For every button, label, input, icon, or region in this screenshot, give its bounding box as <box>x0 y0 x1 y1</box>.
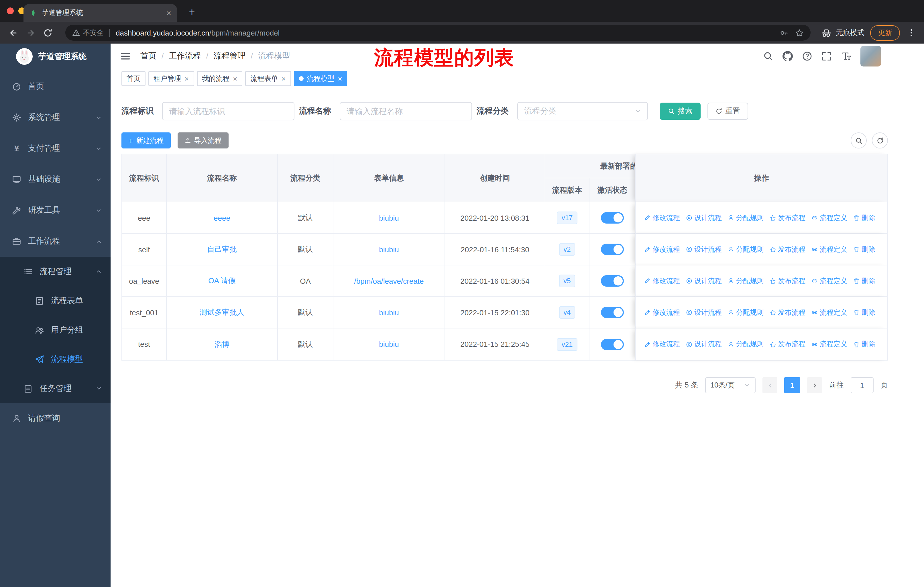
action-design[interactable]: 设计流程 <box>686 213 722 223</box>
prev-page-button[interactable] <box>762 377 777 393</box>
action-assign-rules[interactable]: 分配规则 <box>728 339 764 349</box>
browser-update-button[interactable]: 更新 <box>870 25 900 40</box>
new-tab-button[interactable]: + <box>186 6 198 18</box>
address-bar[interactable]: 不安全 dashboard.yudao.iocoder.cn/bpm/manag… <box>65 25 810 41</box>
action-modify[interactable]: 修改流程 <box>644 276 680 286</box>
search-icon[interactable] <box>763 51 773 61</box>
close-icon[interactable]: × <box>338 75 342 82</box>
form-info-link[interactable]: /bpm/oa/leave/create <box>354 276 424 285</box>
sidebar-item-system-mgmt[interactable]: 系统管理 <box>0 102 111 133</box>
action-design[interactable]: 设计流程 <box>686 339 722 349</box>
breadcrumb-home[interactable]: 首页 <box>140 51 169 61</box>
active-toggle[interactable] <box>601 275 624 287</box>
sidebar-item-process-model[interactable]: 流程模型 <box>0 344 111 374</box>
close-window-button[interactable] <box>7 7 14 14</box>
goto-page-input[interactable] <box>851 377 874 393</box>
tag-my-process[interactable]: 我的流程 × <box>197 71 242 86</box>
security-warning[interactable]: 不安全 <box>72 28 104 38</box>
sidebar-item-user-group[interactable]: 用户分组 <box>0 315 111 344</box>
breadcrumb-process-mgmt[interactable]: 流程管理 <box>214 51 258 61</box>
action-assign-rules[interactable]: 分配规则 <box>728 308 764 317</box>
process-name-link[interactable]: 滔博 <box>214 339 229 349</box>
tag-process-form[interactable]: 流程表单 × <box>245 71 291 86</box>
tag-process-model[interactable]: 流程模型 × <box>294 71 347 86</box>
password-key-icon[interactable] <box>780 28 788 37</box>
action-modify[interactable]: 修改流程 <box>644 339 680 349</box>
reset-button[interactable]: 重置 <box>708 103 748 120</box>
active-toggle[interactable] <box>601 244 624 255</box>
process-name-input[interactable] <box>340 102 472 121</box>
action-delete[interactable]: 删除 <box>853 245 875 254</box>
action-definition[interactable]: 流程定义 <box>811 339 847 349</box>
close-icon[interactable]: × <box>185 75 189 82</box>
sidebar-toggle-icon[interactable] <box>120 50 131 62</box>
action-definition[interactable]: 流程定义 <box>811 213 847 223</box>
action-delete[interactable]: 删除 <box>853 339 875 349</box>
action-publish[interactable]: 发布流程 <box>769 339 805 349</box>
process-id-input[interactable] <box>162 102 294 121</box>
action-definition[interactable]: 流程定义 <box>811 276 847 286</box>
tab-close-icon[interactable]: × <box>166 8 171 17</box>
action-definition[interactable]: 流程定义 <box>811 308 847 317</box>
back-button[interactable] <box>6 25 21 40</box>
bookmark-star-icon[interactable] <box>795 28 804 37</box>
sidebar-item-process-form[interactable]: 流程表单 <box>0 286 111 315</box>
page-size-select[interactable]: 10条/页 <box>705 377 756 393</box>
reload-button[interactable] <box>40 25 55 40</box>
process-category-select[interactable]: 流程分类 <box>517 102 648 121</box>
sidebar-item-task-mgmt[interactable]: 任务管理 <box>0 374 111 403</box>
github-icon[interactable] <box>782 51 793 61</box>
process-name-link[interactable]: OA 请假 <box>208 276 236 286</box>
tag-tenant-mgmt[interactable]: 租户管理 × <box>148 71 194 86</box>
sidebar-item-payment-mgmt[interactable]: ¥ 支付管理 <box>0 133 111 164</box>
fullscreen-icon[interactable] <box>822 51 832 61</box>
sidebar-item-home[interactable]: 首页 <box>0 71 111 102</box>
app-logo[interactable]: 芋道管理系统 <box>0 43 111 69</box>
process-name-link[interactable]: 测试多审批人 <box>200 307 244 317</box>
sidebar-item-dev-tools[interactable]: 研发工具 <box>0 195 111 226</box>
action-design[interactable]: 设计流程 <box>686 276 722 286</box>
action-publish[interactable]: 发布流程 <box>769 308 805 317</box>
action-modify[interactable]: 修改流程 <box>644 213 680 223</box>
font-size-icon[interactable] <box>841 51 851 61</box>
browser-tab[interactable]: 芋道管理系统 × <box>23 4 177 22</box>
action-assign-rules[interactable]: 分配规则 <box>728 245 764 254</box>
browser-menu-icon[interactable] <box>904 26 918 40</box>
action-publish[interactable]: 发布流程 <box>769 276 805 286</box>
action-assign-rules[interactable]: 分配规则 <box>728 213 764 223</box>
breadcrumb-workflow[interactable]: 工作流程 <box>169 51 214 61</box>
search-button[interactable]: 搜索 <box>660 103 701 120</box>
close-icon[interactable]: × <box>233 75 237 82</box>
close-icon[interactable]: × <box>281 75 285 82</box>
action-delete[interactable]: 删除 <box>853 276 875 286</box>
action-definition[interactable]: 流程定义 <box>811 245 847 254</box>
process-name-link[interactable]: 自己审批 <box>207 244 237 255</box>
help-icon[interactable] <box>802 51 812 61</box>
action-assign-rules[interactable]: 分配规则 <box>728 276 764 286</box>
sidebar-item-workflow[interactable]: 工作流程 <box>0 226 111 257</box>
action-design[interactable]: 设计流程 <box>686 245 722 254</box>
form-info-link[interactable]: biubiu <box>379 340 399 349</box>
form-info-link[interactable]: biubiu <box>379 213 399 222</box>
action-publish[interactable]: 发布流程 <box>769 245 805 254</box>
action-publish[interactable]: 发布流程 <box>769 213 805 223</box>
page-number-1[interactable]: 1 <box>784 377 800 393</box>
active-toggle[interactable] <box>601 212 624 223</box>
action-modify[interactable]: 修改流程 <box>644 308 680 317</box>
toggle-search-button[interactable] <box>851 132 867 149</box>
sidebar-item-leave-query[interactable]: 请假查询 <box>0 403 111 434</box>
action-delete[interactable]: 删除 <box>853 308 875 317</box>
action-modify[interactable]: 修改流程 <box>644 245 680 254</box>
form-info-link[interactable]: biubiu <box>379 308 399 317</box>
form-info-link[interactable]: biubiu <box>379 245 399 254</box>
import-process-button[interactable]: 导入流程 <box>178 132 229 149</box>
create-process-button[interactable]: + 新建流程 <box>121 132 171 149</box>
action-delete[interactable]: 删除 <box>853 213 875 223</box>
action-design[interactable]: 设计流程 <box>686 308 722 317</box>
refresh-table-button[interactable] <box>872 132 888 149</box>
active-toggle[interactable] <box>601 339 624 350</box>
active-toggle[interactable] <box>601 307 624 318</box>
process-name-link[interactable]: eeee <box>214 213 230 222</box>
user-avatar[interactable] <box>860 46 881 66</box>
next-page-button[interactable] <box>807 377 822 393</box>
